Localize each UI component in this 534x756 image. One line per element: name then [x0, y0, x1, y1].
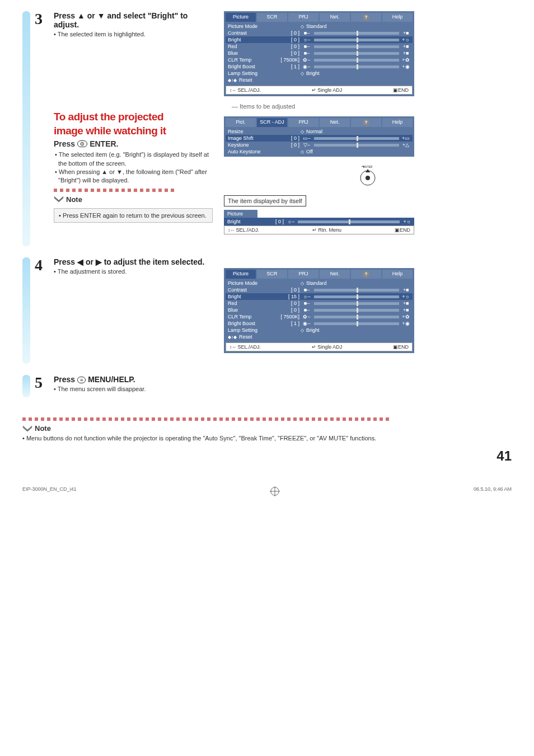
- step5-heading: Press ≡ MENU/HELP.: [54, 375, 213, 384]
- note2-text: Note: [35, 424, 51, 433]
- red-heading-l1: To adjust the projected: [54, 111, 213, 123]
- osd1-bl: SEL./ADJ.: [238, 87, 261, 93]
- remote-enter-icon: ENTER: [224, 163, 512, 190]
- osd1-reset: Reset: [239, 77, 252, 83]
- single-bl: SEL./ADJ.: [236, 227, 260, 233]
- caption1: — Items to be adjusted: [232, 103, 512, 110]
- sub-text: ENTER.: [90, 139, 118, 148]
- sub-prefix: Press: [54, 139, 75, 148]
- osd-tab: Help: [382, 270, 413, 279]
- note2-body: • Menu buttons do not function while the…: [22, 434, 512, 443]
- red-b1: • The selected item (e.g. "Bright") is d…: [54, 151, 213, 168]
- osd-row: Red[ 0 ]■–+■: [226, 43, 413, 50]
- page-number: 41: [22, 448, 512, 464]
- osd1-bm: ↵ Single ADJ: [312, 87, 343, 93]
- menu-btn-icon: ≡: [77, 377, 86, 383]
- osd1-br: END: [398, 87, 409, 93]
- osd-row: Picture Mode◇Standard: [226, 23, 413, 30]
- single-iconR: +☼: [403, 219, 411, 224]
- osd-row: Red[ 0 ]■–+■: [226, 300, 413, 307]
- red-subheading: Press ⊙ ENTER.: [54, 139, 213, 148]
- registration-mark-icon: [270, 486, 280, 496]
- note-icon: [54, 195, 64, 203]
- dotted-divider: [54, 189, 213, 192]
- osd-tab: Net.: [320, 118, 350, 127]
- osd-tab: Net.: [320, 270, 350, 279]
- single-item-panel: Picture Bright [ 0 ] ☼– +☼ ↕↔ SEL./ADJ. …: [224, 210, 414, 234]
- note1-label: Note: [54, 195, 213, 204]
- footer-mid: 41: [71, 486, 77, 496]
- osd-tab: ?: [351, 118, 381, 127]
- step3-heading: Press ▲ or ▼ and select "Bright" to adju…: [54, 11, 213, 29]
- osd-tab: Picture: [226, 270, 256, 279]
- note2-label: Note: [22, 424, 512, 433]
- osd-panel-3: PictureSCRPRJNet.?Help Picture Mode◇Stan…: [224, 268, 414, 353]
- footer: EIP-3000N_EN_CD_i 41 06.5.10, 9:46 AM: [22, 486, 512, 496]
- osd-row: CLR Temp[ 7500K]✿–+✿: [226, 313, 413, 320]
- osd-row: Bright[ 0 ]☼–+☼: [226, 36, 413, 43]
- osd-tab: SCR: [257, 270, 287, 279]
- single-title: Picture: [224, 210, 257, 218]
- single-value: [ 0 ]: [264, 219, 284, 224]
- red-heading-l2: image while watching it: [54, 125, 213, 137]
- gradient-bar: [22, 11, 30, 246]
- osd-tab: ?: [351, 270, 381, 279]
- note1-box: • Press ENTER again to return to the pre…: [54, 208, 213, 223]
- osd-row: Contrast[ 0 ]■–+■: [226, 287, 413, 293]
- osd-tab: Pict.: [226, 118, 256, 127]
- single-label: Bright: [227, 219, 261, 224]
- enter-btn-icon: ⊙: [77, 140, 87, 147]
- osd-row: CLR Temp[ 7500K]✿–+✿: [226, 57, 413, 63]
- red-b2: • When pressing ▲ or ▼, the following it…: [54, 168, 213, 185]
- footer-right: 06.5.10, 9:46 AM: [474, 486, 512, 496]
- osd-tab: Help: [382, 118, 413, 127]
- step3-bullet: • The selected item is highlighted.: [54, 30, 213, 39]
- svg-point-2: [366, 176, 370, 180]
- step4-heading: Press ◀ or ▶ to adjust the item selected…: [54, 257, 213, 266]
- single-bm: ↵ Rtn. Menu: [312, 227, 341, 233]
- osd-row: Keystone[ 0 ]▽–+△: [226, 142, 413, 148]
- osd-tab: Help: [382, 13, 413, 22]
- osd-row: Resize◇Normal: [226, 128, 413, 135]
- osd3-bl: SEL./ADJ.: [238, 344, 261, 350]
- osd-panel-2: Pict.SCR - ADJPRJNet.?Help Resize◇Normal…: [224, 116, 414, 157]
- osd-row: Bright Boost[ 1 ]◉–+◉: [226, 63, 413, 70]
- osd-row: Contrast[ 0 ]■–+■: [226, 30, 413, 36]
- osd-tab: ?: [351, 13, 381, 22]
- gradient-bar-4: [22, 257, 30, 364]
- s5-post: MENU/HELP.: [86, 375, 135, 384]
- step5-number: 5: [35, 375, 49, 397]
- note1-text: Note: [66, 195, 82, 204]
- single-br: END: [400, 227, 410, 233]
- single-iconL: ☼–: [287, 219, 294, 224]
- note-icon-2: [22, 425, 32, 433]
- osd-row: Blue[ 0 ]■–+■: [226, 307, 413, 313]
- step4-bullet: • The adjustment is stored.: [54, 267, 213, 276]
- osd-row: Blue[ 0 ]■–+■: [226, 50, 413, 57]
- osd-row: Lamp Setting◇Bright: [226, 327, 413, 334]
- osd3-bm: ↵ Single ADJ: [312, 344, 343, 350]
- step5-bullet: • The menu screen will disappear.: [54, 385, 213, 393]
- svg-text:ENTER: ENTER: [363, 165, 373, 168]
- osd-row: Image Shift[ 0 ]▭–+▭: [226, 135, 413, 142]
- osd-panel-1: PictureSCRPRJNet.?Help Picture Mode◇Stan…: [224, 11, 414, 96]
- gradient-bar-5: [22, 375, 30, 397]
- step3-number: 3: [35, 11, 49, 246]
- osd3-reset: Reset: [239, 334, 252, 340]
- osd-row: Bright Boost[ 1 ]◉–+◉: [226, 320, 413, 327]
- footer-left: EIP-3000N_EN_CD_i: [22, 486, 71, 496]
- osd-tab: SCR: [257, 13, 287, 22]
- osd-tab: PRJ: [288, 270, 318, 279]
- osd-tab: PRJ: [288, 118, 318, 127]
- step4-number: 4: [35, 257, 49, 364]
- osd-row: Picture Mode◇Standard: [226, 280, 413, 287]
- osd-row: Lamp Setting◇Bright: [226, 70, 413, 77]
- s5-pre: Press: [54, 375, 77, 384]
- osd3-br: END: [398, 344, 409, 350]
- osd-tab: PRJ: [288, 13, 318, 22]
- item-displayed-box: The item displayed by itself: [224, 195, 306, 206]
- osd-tab: Net.: [320, 13, 350, 22]
- osd-row: Bright[ 15 ]☼–+☼: [226, 293, 413, 300]
- osd-row: Auto Keystone◇Off: [226, 148, 413, 155]
- dotted-divider-full: [22, 417, 512, 421]
